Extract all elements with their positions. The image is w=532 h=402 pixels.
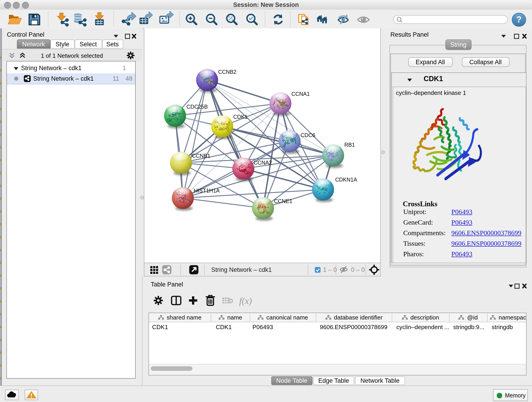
svg-text:f(x): f(x) [239, 296, 252, 306]
